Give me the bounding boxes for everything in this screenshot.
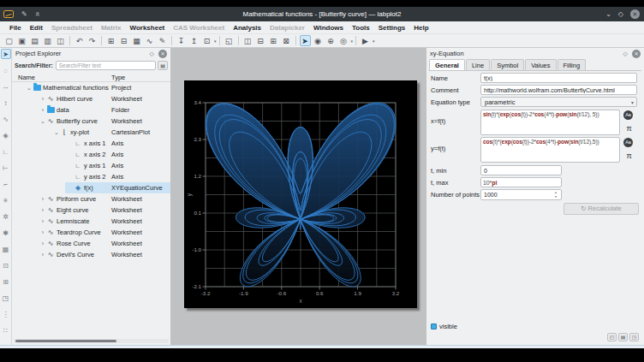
tree-row[interactable]: ›dataFolder [12,104,170,116]
tree-row[interactable]: ⌄Mathematical functionsProject [12,82,170,93]
tree-row[interactable]: ∟y axis 1Axis [12,160,170,171]
undo-icon[interactable]: ↶ [74,35,85,46]
new-matrix-icon[interactable]: ▦ [131,35,142,46]
tab-symbol[interactable]: Symbol [491,59,524,70]
menu-help[interactable]: Help [409,23,432,33]
layout-vertical-icon[interactable]: ◫ [242,35,253,46]
document-open-icon[interactable]: ▣ [16,35,27,46]
horizontal-resize-icon[interactable]: ↔ [1,81,11,92]
expander-icon[interactable]: › [39,96,46,102]
load-template-icon[interactable]: ◰ [607,333,617,341]
tree-row[interactable]: ›∿Teardrop CurveWorksheet [12,227,170,238]
new-worksheet-icon[interactable]: ∿ [144,35,155,46]
tree-row[interactable]: ∟x axis 1Axis [12,138,170,149]
spinner-arrows-icon[interactable]: ▴▾ [552,190,560,199]
equation-type-combobox[interactable]: parametric ▾ [480,97,637,107]
add-legend-icon[interactable]: ⊢ [1,163,11,173]
menu-analysis[interactable]: Analysis [229,23,265,33]
pointer-icon[interactable]: ➤ [1,49,11,59]
tmin-field[interactable] [480,165,562,175]
expander-icon[interactable]: › [39,240,46,246]
search-options-icon[interactable]: ▤ [158,61,168,70]
x-equation-field[interactable]: sin(t)*(exp(cos(t))-2*cos(4*t)-pow(sin(t… [480,110,620,135]
tab-line[interactable]: Line [466,59,490,70]
float-panel-icon[interactable]: ◇ [150,50,154,57]
tree-row[interactable]: ›∿Rose CurveWorksheet [12,238,170,249]
minimize-button[interactable]: ⌄ [605,11,611,18]
constants-button[interactable]: π [624,124,634,134]
menu-windows[interactable]: Windows [309,23,348,33]
fit-page-icon[interactable]: ◱ [224,35,235,46]
layout-grid-icon[interactable]: ⊞ [268,35,279,46]
expander-icon[interactable]: › [39,196,46,202]
redo-icon[interactable]: ↷ [86,35,98,46]
plot-page[interactable]: -3.2-1.9-0.60.61.93.23.42.31.20.1-1.0-2.… [184,80,417,308]
expander-icon[interactable]: ⌄ [39,118,46,125]
expander-icon[interactable]: › [39,107,46,113]
print-preview-icon[interactable]: ◫ [55,35,66,46]
zoom-select-icon[interactable]: ◉ [313,35,324,46]
name-field[interactable] [480,73,637,83]
close-panel-icon[interactable]: ✕ [632,50,641,58]
select-pointer-icon[interactable]: ➤ [300,35,311,46]
close-button[interactable]: ✕ [630,9,640,19]
save-template-icon[interactable]: ▤ [618,333,628,341]
select-region-icon[interactable]: ◌ [1,65,11,75]
zoom-x-icon[interactable]: ⊞ [1,276,11,287]
layout-break-icon[interactable]: ⊠ [281,35,292,46]
comment-field[interactable] [480,85,637,95]
recalculate-button[interactable]: ↻ Recalculate [564,203,639,215]
add-axis-icon[interactable]: ∟ [1,146,11,157]
scale-auto-x-icon[interactable]: ✲ [1,211,11,222]
chevron-down-icon[interactable]: ▾ [373,39,375,44]
save-as-template-icon[interactable]: ◳ [629,333,639,341]
tree-row[interactable]: ›∿LemniscateWorksheet [12,216,170,227]
zoom-fit-icon[interactable]: ⊕ [325,35,337,46]
zoom-y-icon[interactable]: ◳ [1,293,11,303]
tree-row[interactable]: ⌄⌊xy-plotCartesianPlot [12,127,170,138]
case-sensitivity-button[interactable]: Aa [623,110,633,120]
tab-filling[interactable]: Filling [558,59,587,70]
zoom-out-icon[interactable]: ⊡ [1,260,11,270]
tree-row[interactable]: ›∿Devil's CurveWorksheet [12,249,170,260]
tree-row[interactable]: ⌄∿Butterfly curveWorksheet [12,116,170,127]
expander-icon[interactable]: › [39,229,46,235]
add-equation-curve-icon[interactable]: ◈ [1,130,11,140]
tab-general[interactable]: General [429,59,465,70]
tree-row[interactable]: ◈f(x)XYEquationCurve [12,182,170,193]
points-spinbox[interactable]: ▴▾ [480,189,562,200]
expander-icon[interactable]: ⌄ [53,129,60,136]
tree-row[interactable]: ∟x axis 2Axis [12,149,170,160]
horizontal-scrollbar[interactable] [14,339,169,343]
tab-values[interactable]: Values [525,59,556,70]
import-icon[interactable]: ↧ [176,35,187,46]
new-datapicker-icon[interactable]: ✎ [157,35,168,46]
zoom-in-icon[interactable]: ▦ [1,244,11,254]
expander-icon[interactable]: › [39,252,46,258]
tmax-field[interactable]: 10*pi [480,177,562,187]
expander-icon[interactable]: ⌄ [26,85,33,92]
menu-file[interactable]: File [5,23,26,33]
menu-tools[interactable]: Tools [348,23,374,33]
y-equation-field[interactable]: cos(t)*(exp(cos(t))-2*cos(4*t)-pow(sin(t… [480,137,620,163]
new-workbook-icon[interactable]: ⊞ [105,35,116,46]
presenter-mode-icon[interactable]: ▶ [360,35,371,46]
scale-auto-icon[interactable]: ✳ [1,195,11,205]
points-field[interactable] [481,190,552,199]
expander-icon[interactable]: › [39,207,46,213]
document-save-icon[interactable]: ▤ [29,35,40,46]
shift-down-icon[interactable]: ∷ [1,325,11,335]
document-print-icon[interactable]: ▥ [42,35,53,46]
search-filter-input[interactable] [56,61,156,70]
scrollbar-thumb[interactable] [15,340,116,342]
shift-up-icon[interactable]: ⋮ [1,309,11,319]
menu-worksheet[interactable]: Worksheet [125,23,169,33]
document-new-icon[interactable]: ▢ [3,35,15,46]
column-header-name[interactable]: Name [18,74,35,81]
menu-edit[interactable]: Edit [26,23,47,33]
expander-icon[interactable]: › [39,218,46,224]
constants-button[interactable]: π [624,151,634,161]
visible-checkbox[interactable] [431,323,437,329]
float-panel-icon[interactable]: ◇ [623,50,628,57]
tree-row[interactable]: ›∿Piriform curveWorksheet [12,193,170,205]
